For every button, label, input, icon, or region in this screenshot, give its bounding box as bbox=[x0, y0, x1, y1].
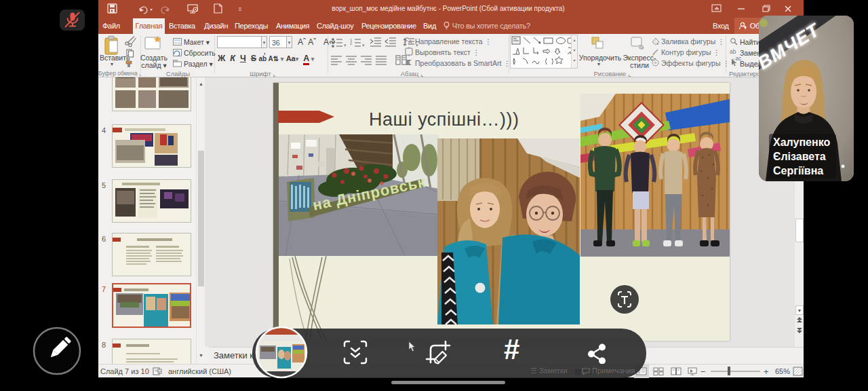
svg-text:2: 2 bbox=[350, 41, 353, 45]
svg-text:A: A bbox=[408, 39, 412, 45]
svg-text:▾: ▾ bbox=[362, 43, 365, 48]
svg-text:▾: ▾ bbox=[344, 43, 347, 48]
